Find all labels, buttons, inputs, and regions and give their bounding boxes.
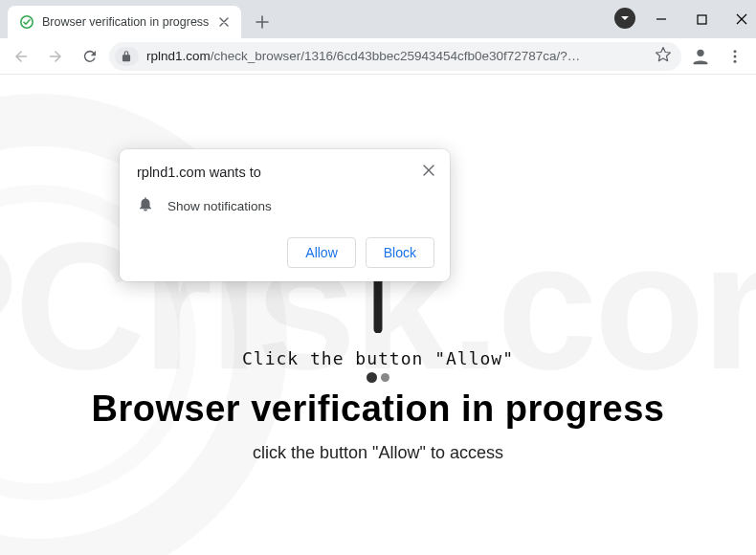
tab-close-icon[interactable] — [216, 14, 232, 30]
page-heading: Browser verification in progress — [92, 388, 665, 430]
svg-rect-1 — [698, 15, 706, 24]
loading-dots — [367, 372, 389, 383]
nav-forward-button[interactable] — [40, 41, 71, 72]
browser-menu-icon[interactable] — [720, 41, 750, 72]
svg-point-5 — [734, 59, 737, 62]
window-controls — [647, 0, 756, 38]
window-minimize-icon[interactable] — [655, 12, 668, 26]
bell-icon — [137, 195, 154, 216]
titlebar-dropdown-icon[interactable] — [614, 8, 635, 29]
window-close-icon[interactable] — [735, 12, 748, 26]
nav-reload-button[interactable] — [75, 41, 105, 72]
page-content: PCrisk.com rplnd1.com wants to Show noti… — [0, 75, 756, 555]
instruction-text: Click the button "Allow" — [242, 348, 514, 368]
nav-back-button[interactable] — [6, 41, 36, 72]
address-url: rplnd1.com/check_browser/1316/6cd43bbec2… — [146, 49, 647, 63]
window-maximize-icon[interactable] — [695, 12, 708, 26]
block-button[interactable]: Block — [366, 237, 434, 268]
svg-point-4 — [734, 55, 737, 57]
svg-point-3 — [734, 50, 737, 53]
svg-point-2 — [697, 49, 703, 56]
prompt-permission-text: Show notifications — [167, 199, 272, 213]
prompt-close-icon[interactable] — [419, 161, 438, 180]
address-bar[interactable]: rplnd1.com/check_browser/1316/6cd43bbec2… — [109, 42, 681, 71]
browser-tab[interactable]: Browser verification in progress — [8, 6, 241, 38]
bookmark-star-icon[interactable] — [655, 46, 672, 66]
site-security-chip[interactable] — [115, 47, 139, 66]
profile-avatar[interactable] — [685, 41, 716, 72]
window-titlebar: Browser verification in progress — [0, 0, 756, 38]
tab-title: Browser verification in progress — [42, 15, 209, 29]
page-subtext: click the button "Allow" to access — [253, 443, 503, 463]
new-tab-button[interactable] — [249, 9, 276, 35]
lock-icon — [120, 50, 133, 63]
tab-favicon — [19, 14, 34, 30]
browser-toolbar: rplnd1.com/check_browser/1316/6cd43bbec2… — [0, 38, 756, 75]
page-body: Click the button "Allow" Browser verific… — [0, 75, 756, 555]
notification-permission-prompt: rplnd1.com wants to Show notifications A… — [120, 149, 450, 281]
allow-button[interactable]: Allow — [287, 237, 355, 268]
prompt-title: rplnd1.com wants to — [137, 165, 434, 180]
